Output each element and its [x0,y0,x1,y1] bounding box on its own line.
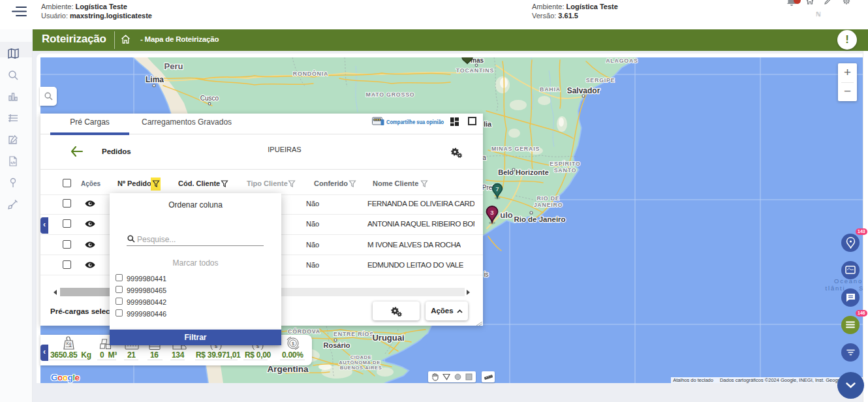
svg-text:TOCANTINS: TOCANTINS [456,67,494,74]
svg-text:ulo: ulo [500,210,513,220]
svg-text:JANEIRO: JANEIRO [534,202,563,208]
svg-text:is: is [484,271,488,278]
svg-text:Cusco: Cusco [200,95,219,102]
svg-text:Peru: Peru [164,61,183,71]
svg-text:ESPÍRITO: ESPÍRITO [550,161,580,167]
svg-text:CÓRDOVA: CÓRDOVA [288,328,320,335]
svg-text:Rio de Janeiro: Rio de Janeiro [514,215,565,223]
svg-text:BAHIA: BAHIA [540,86,561,93]
svg-text:3: 3 [490,209,493,216]
svg-text:SERGIPE: SERGIPE [586,77,615,84]
svg-text:7: 7 [495,186,499,193]
svg-text:tlânti: tlânti [826,285,846,292]
svg-text:Lima: Lima [146,75,164,84]
svg-text:BUENOS AIRES: BUENOS AIRES [340,365,382,371]
svg-text:ALAGOAS: ALAGOAS [606,57,638,64]
svg-text:RIO DE: RIO DE [536,195,559,202]
svg-text:Salvador: Salvador [567,86,600,95]
svg-text:RONDÔNIA: RONDÔNIA [293,70,328,77]
svg-text:ENTRE RÍOS: ENTRE RÍOS [333,331,374,337]
svg-text:MINAS GERAIS: MINAS GERAIS [491,146,540,152]
svg-text:$: $ [292,341,294,346]
svg-text:Rosário: Rosário [324,341,350,349]
svg-text:lia: lia [484,120,492,128]
svg-text:Argentina: Argentina [267,364,308,374]
svg-text:MATO GROSSO: MATO GROSSO [366,91,415,98]
svg-text:Uruguai: Uruguai [372,333,404,343]
svg-text:SANTO: SANTO [554,167,577,174]
svg-text:Kg: Kg [67,341,72,347]
svg-text:Belo Horizonte: Belo Horizonte [498,168,549,176]
